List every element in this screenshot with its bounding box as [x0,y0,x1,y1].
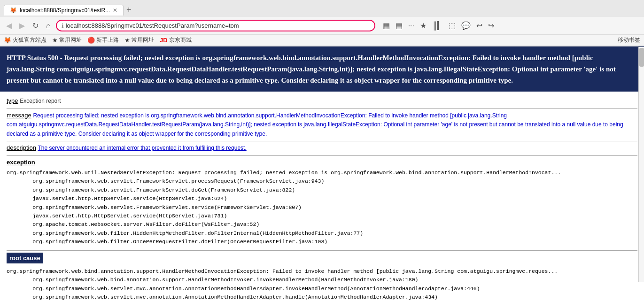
firefox-icon: 🦊 [4,37,11,44]
exception-label: exception [7,158,637,167]
bookmark-newbie-label: 新手上路 [96,36,119,44]
description-label: description [7,144,36,151]
address-input[interactable] [66,22,370,29]
bookmark-firefox-label: 火狐官方站点 [13,36,47,44]
back-button[interactable]: ◀ [4,20,14,31]
scrollbar-track[interactable] [638,47,644,282]
reader-button[interactable]: ▤ [395,20,403,31]
nav-icons: ▦ ▤ ··· ★ ║▎ ⬚ 💬 ↩ ↪ [382,20,496,31]
common-icon: ★ [124,37,130,44]
type-row: type Exception report [7,96,637,106]
qr-button[interactable]: ▦ [382,20,391,31]
bookmark-frequent-label: 常用网址 [59,36,82,44]
chat-btn[interactable]: 💬 [460,20,472,31]
message-row: message Request processing failed; neste… [7,111,637,139]
tab-icon: 🦊 [10,7,17,14]
bookmark-newbie[interactable]: 🔴 新手上路 [87,36,119,44]
exception-block: org.springframework.web.util.NestedServl… [7,169,637,247]
divider-1 [7,108,637,109]
bookmark-star[interactable]: ★ [419,20,427,31]
forward-button[interactable]: ▶ [17,20,27,31]
root-cause-label: root cause [7,253,43,264]
bookmarks-bar: 🦊 火狐官方站点 ★ 常用网址 🔴 新手上路 ★ 常用网址 JD 京东商城 移动… [0,35,644,46]
screenshot-btn[interactable]: ⬚ [448,20,457,31]
sidebar-btn[interactable]: ║▎ [431,20,444,31]
bookmark-common[interactable]: ★ 常用网址 [124,36,154,44]
divider-2 [7,141,637,141]
type-label: type [7,97,18,104]
exception-row: exception org.springframework.web.util.N… [7,158,637,247]
more-button[interactable]: ··· [407,21,415,31]
description-row: description The server encountered an in… [7,143,637,153]
bookmark-jd[interactable]: JD 京东商城 [160,36,192,44]
bookmark-firefox[interactable]: 🦊 火狐官方站点 [4,36,47,44]
root-cause-block: org.springframework.web.bind.annotation.… [7,267,637,301]
home-button[interactable]: ⌂ [44,21,53,31]
type-value-text: Exception report [20,98,61,104]
tab-bar: 🦊 localhost:8888/Springmvc01/testR... ✕ … [0,0,644,17]
lock-icon: ℹ [62,23,64,29]
divider-4 [7,250,637,251]
nav-bar: ◀ ▶ ↻ ⌂ ℹ ▦ ▤ ··· ★ ║▎ ⬚ 💬 ↩ ↪ [0,17,644,35]
error-header-text: HTTP Status 500 - Request processing fai… [7,54,616,84]
scrollbar-thumb[interactable] [639,48,644,67]
fwd2-btn[interactable]: ↪ [487,20,495,31]
mobile-books-label: 移动书签 [618,37,640,43]
tab-close-icon[interactable]: ✕ [113,7,117,14]
star-icon: ★ [52,37,58,44]
newbie-icon: 🔴 [87,37,95,44]
page-content: HTTP Status 500 - Request processing fai… [0,46,644,301]
jd-icon: JD [160,37,168,44]
error-details: type Exception report message Request pr… [0,92,644,301]
root-cause-row: root cause org.springframework.web.bind.… [7,253,637,301]
divider-3 [7,155,637,156]
bookmark-jd-label: 京东商城 [169,36,192,44]
refresh-button[interactable]: ↻ [30,20,41,31]
bookmark-frequent[interactable]: ★ 常用网址 [52,36,82,44]
address-bar-wrapper: ℹ [56,20,375,31]
new-tab-btn[interactable]: + [126,5,132,15]
mobile-books[interactable]: 移动书签 [618,36,640,44]
error-header: HTTP Status 500 - Request processing fai… [0,46,644,92]
back2-btn[interactable]: ↩ [475,20,483,31]
message-label: message [7,112,31,119]
active-tab[interactable]: 🦊 localhost:8888/Springmvc01/testR... ✕ [4,5,124,15]
browser-chrome: 🦊 localhost:8888/Springmvc01/testR... ✕ … [0,0,644,46]
tab-title: localhost:8888/Springmvc01/testR... [20,7,110,14]
description-link[interactable]: The server encountered an internal error… [38,145,247,151]
bookmark-common-label: 常用网址 [132,36,154,44]
message-text: Request processing failed; nested except… [7,112,623,137]
